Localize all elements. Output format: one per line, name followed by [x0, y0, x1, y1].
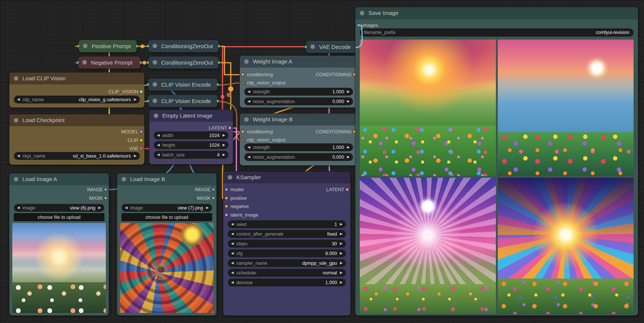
- link-image-vae-save: [356, 25, 362, 47]
- link-wires-top: [0, 0, 644, 323]
- graph-canvas[interactable]: Positive Prompt Negative Prompt Conditio…: [0, 0, 644, 323]
